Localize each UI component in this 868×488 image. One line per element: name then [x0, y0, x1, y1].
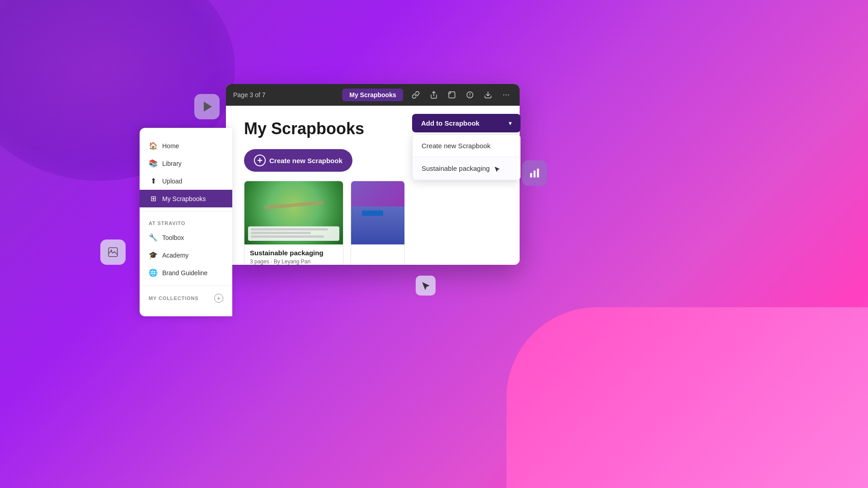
page-info: Page 3 of 7	[233, 91, 266, 99]
sidebar: 🏠 Home 📚 Library ⬆ Upload ⊞ My Scrapbook…	[140, 128, 232, 316]
svg-rect-2	[530, 173, 532, 178]
card-image-inner	[244, 181, 343, 244]
svg-rect-4	[537, 169, 539, 178]
svg-point-9	[508, 94, 509, 95]
image-icon	[107, 246, 119, 258]
scrapbook-icon: ⊞	[149, 194, 158, 203]
sidebar-item-my-scrapbooks[interactable]: ⊞ My Scrapbooks	[140, 190, 232, 207]
collections-label: MY COLLECTIONS	[149, 296, 199, 301]
sidebar-library-label: Library	[162, 160, 182, 167]
floating-play-button[interactable]	[194, 94, 220, 119]
sidebar-item-library[interactable]: 📚 Library	[140, 155, 232, 172]
upload-icon: ⬆	[149, 177, 158, 185]
sidebar-divider	[140, 211, 232, 211]
toolbox-label: Toolbox	[162, 234, 184, 241]
sidebar-item-toolbox[interactable]: 🔧 Toolbox	[140, 229, 232, 246]
svg-point-7	[503, 94, 504, 95]
sidebar-home-label: Home	[162, 142, 179, 150]
floating-image-button[interactable]	[100, 239, 126, 265]
sidebar-scrapbooks-label: My Scrapbooks	[162, 195, 206, 202]
dropdown-chevron-icon: ▾	[509, 120, 511, 127]
floating-cursor-button	[416, 276, 436, 296]
sidebar-item-home[interactable]: 🏠 Home	[140, 137, 232, 155]
dropdown-menu: Create new Scrapbook Sustainable packagi…	[412, 134, 521, 180]
more-icon[interactable]	[500, 89, 512, 101]
card-overlay	[248, 226, 339, 241]
home-icon: 🏠	[149, 141, 158, 150]
sidebar-item-academy[interactable]: 🎓 Academy	[140, 246, 232, 264]
sidebar-upload-label: Upload	[162, 178, 182, 185]
dropdown-container: Add to Scrapbook ▾ Create new Scrapbook …	[412, 114, 521, 180]
toolbar-title-button[interactable]: My Scrapbooks	[342, 89, 403, 101]
my-collections-row: MY COLLECTIONS +	[140, 289, 232, 307]
card-title-sustainable: Sustainable packaging	[250, 249, 338, 257]
share-icon[interactable]	[427, 89, 440, 101]
floating-chart-button[interactable]	[522, 160, 547, 186]
library-icon: 📚	[149, 159, 158, 168]
card-meta-sustainable: 3 pages · By Leyang Pan	[250, 258, 338, 265]
toolbar: Page 3 of 7 My Scrapbooks	[226, 84, 520, 106]
cursor-in-dropdown	[493, 165, 501, 173]
svg-point-8	[506, 94, 507, 95]
card-image-sustainable	[244, 181, 343, 244]
svg-rect-5	[449, 92, 455, 98]
text-line	[251, 228, 328, 230]
scrapbook-card-solving[interactable]	[351, 181, 405, 265]
sidebar-section-label: AT STRAVITO	[140, 215, 232, 229]
blob-bottom	[507, 307, 868, 488]
dropdown-item-sustainable[interactable]: Sustainable packaging	[413, 157, 520, 180]
svg-rect-3	[534, 171, 535, 178]
dropdown-sustainable-label: Sustainable packaging	[422, 164, 490, 172]
cards-area: Sustainable packaging 3 pages · By Leyan…	[244, 181, 502, 265]
sidebar-item-upload[interactable]: ⬆ Upload	[140, 172, 232, 190]
academy-icon: 🎓	[149, 251, 158, 259]
brand-icon: 🌐	[149, 268, 158, 277]
chart-icon	[529, 167, 540, 179]
toolbox-icon: 🔧	[149, 233, 158, 242]
download-icon[interactable]	[482, 89, 494, 101]
add-collection-button[interactable]: +	[214, 294, 223, 303]
card-info-sustainable: Sustainable packaging 3 pages · By Leyan…	[244, 244, 343, 265]
card-image-solving	[351, 181, 404, 244]
dropdown-item-create[interactable]: Create new Scrapbook	[413, 135, 520, 157]
cursor-icon	[421, 281, 431, 291]
link-icon[interactable]	[409, 89, 422, 101]
card-text-overlay	[248, 226, 339, 241]
add-to-scrapbook-label: Add to Scrapbook	[421, 119, 479, 127]
aerial-road	[264, 201, 323, 209]
add-to-scrapbook-button[interactable]: Add to Scrapbook ▾	[412, 114, 521, 132]
sidebar-divider-2	[140, 285, 232, 286]
create-scrapbook-button[interactable]: Create new Scrapbook	[244, 149, 352, 172]
brand-label: Brand Guideline	[162, 269, 207, 277]
text-line	[251, 232, 311, 234]
text-line	[251, 235, 324, 238]
scrapbook-card-sustainable[interactable]: Sustainable packaging 3 pages · By Leyan…	[244, 181, 343, 265]
crop-icon[interactable]	[446, 89, 458, 101]
info-icon[interactable]	[464, 89, 476, 101]
sidebar-item-brand-guideline[interactable]: 🌐 Brand Guideline	[140, 264, 232, 282]
academy-label: Academy	[162, 252, 188, 259]
card-bar-solving	[362, 211, 383, 216]
